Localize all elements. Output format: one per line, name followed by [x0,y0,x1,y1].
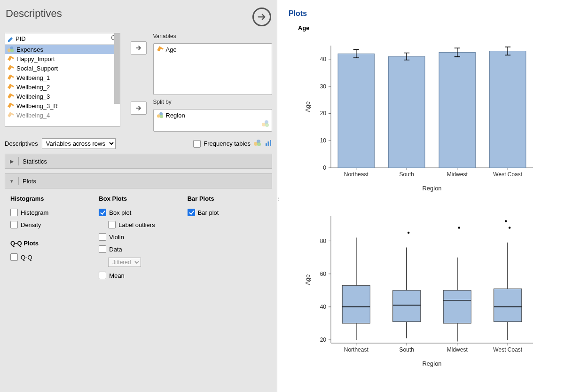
available-variable-item[interactable]: Wellbeing_2 [5,82,120,92]
qq-heading: Q-Q Plots [10,240,89,247]
barplot-checkbox[interactable] [188,209,195,216]
svg-text:South: South [400,171,414,178]
data-mode-select[interactable]: Jittered [108,258,141,267]
available-variable-item[interactable]: Wellbeing_3 [5,92,120,101]
run-button[interactable] [252,8,271,26]
split-box-label: Split by [153,99,273,105]
svg-text:0: 0 [323,165,326,171]
violin-label: Violin [109,234,124,241]
box-chart: 20406080NortheastSouthMidwestWest CoastR… [298,212,563,373]
svg-point-88 [509,227,510,228]
boxplot-checkbox[interactable] [99,209,106,216]
arrow-right-icon [135,45,142,51]
plots-section-title: Plots [23,178,36,185]
histograms-heading: Histograms [10,195,89,202]
svg-rect-15 [270,140,271,146]
data-checkbox[interactable] [99,245,106,253]
svg-text:Region: Region [422,360,441,367]
split-dropbox[interactable]: Region [153,109,273,132]
available-variable-item[interactable]: Wellbeing_1 [5,73,120,82]
assign-to-variables-button[interactable] [131,41,147,55]
svg-text:Northeast: Northeast [344,171,369,178]
ordinal-icon [265,139,272,148]
frequency-tables-label: Frequency tables [204,140,251,147]
results-subtitle: Age [298,24,563,31]
svg-point-81 [458,227,460,228]
svg-text:Region: Region [422,185,441,192]
available-variable-item[interactable]: Expenses [5,45,120,54]
svg-text:30: 30 [320,83,327,90]
svg-rect-86 [494,289,522,321]
arrow-right-icon [257,12,267,22]
scrollbar-thumb[interactable] [114,33,120,104]
available-variable-item[interactable]: Wellbeing_3_R [5,101,120,110]
svg-text:40: 40 [320,56,327,63]
svg-text:Northeast: Northeast [344,346,369,353]
nominal-icon [253,139,262,149]
mean-checkbox[interactable] [99,272,106,279]
descriptives-mode-select[interactable]: Variables across rows [42,138,116,149]
plots-section-header[interactable]: ▾ Plots [5,173,272,188]
panel-title: Descriptives [6,8,62,20]
split-variable-item[interactable]: Region [155,110,271,120]
svg-rect-28 [338,54,374,168]
histogram-checkbox[interactable] [10,209,18,216]
svg-rect-14 [268,141,269,146]
svg-rect-40 [439,52,475,168]
barplot-label: Bar plot [198,209,219,216]
svg-rect-72 [393,290,421,322]
barplots-heading: Bar Plots [188,195,266,202]
svg-rect-13 [266,143,267,146]
variables-dropbox[interactable]: Age [153,43,273,95]
data-label: Data [109,246,122,253]
boxplots-heading: Box Plots [99,195,178,202]
qq-checkbox[interactable] [10,253,18,261]
svg-rect-34 [389,56,425,168]
density-label: Density [21,221,41,228]
svg-text:80: 80 [320,238,327,244]
statistics-section-header[interactable]: ▶ Statistics [5,154,272,169]
svg-text:20: 20 [320,110,327,117]
svg-text:Midwest: Midwest [447,171,468,178]
assigned-variable-item[interactable]: Age [155,45,271,54]
violin-checkbox[interactable] [99,233,106,241]
svg-point-6 [160,115,163,118]
bar-chart: 010203040NortheastSouthMidwestWest Coast… [298,36,563,197]
svg-text:Age: Age [304,101,311,112]
available-variable-item[interactable]: Social_Support [5,63,120,73]
svg-text:South: South [400,346,414,353]
histogram-label: Histogram [21,209,48,216]
svg-rect-66 [342,285,370,323]
available-variable-item[interactable]: Wellbeing_4 [5,110,120,120]
frequency-tables-checkbox[interactable] [193,140,201,148]
svg-point-3 [10,49,14,52]
svg-text:West Coast: West Coast [493,346,522,353]
boxplot-label: Box plot [109,209,131,216]
svg-point-74 [407,232,409,234]
svg-rect-79 [443,290,471,323]
svg-text:Age: Age [304,274,311,285]
svg-text:West Coast: West Coast [493,171,522,178]
results-title: Plots [289,9,563,18]
chevron-right-icon: ▶ [9,158,15,165]
mean-label: Mean [109,272,125,279]
descriptives-label: Descriptives [5,140,38,147]
svg-text:20: 20 [320,337,327,343]
label-outliers-checkbox[interactable] [108,221,116,228]
available-variable-item[interactable]: Happy_Import [5,54,120,63]
nominal-icon [261,119,270,129]
svg-rect-46 [490,51,526,168]
svg-text:Midwest: Midwest [447,346,468,353]
svg-text:10: 10 [320,137,327,144]
qq-label: Q-Q [21,254,32,261]
variable-filter-input[interactable] [15,34,110,43]
splitter-handle[interactable] [277,0,279,392]
available-variables-box[interactable]: ExpensesHappy_ImportSocial_SupportWellbe… [5,33,120,127]
svg-point-9 [265,123,269,127]
assign-to-split-button[interactable] [131,102,147,115]
pencil-icon [7,35,15,43]
label-outliers-label: Label outliers [118,221,155,228]
svg-text:40: 40 [320,304,327,310]
density-checkbox[interactable] [10,221,18,228]
arrow-right-icon [135,105,142,111]
